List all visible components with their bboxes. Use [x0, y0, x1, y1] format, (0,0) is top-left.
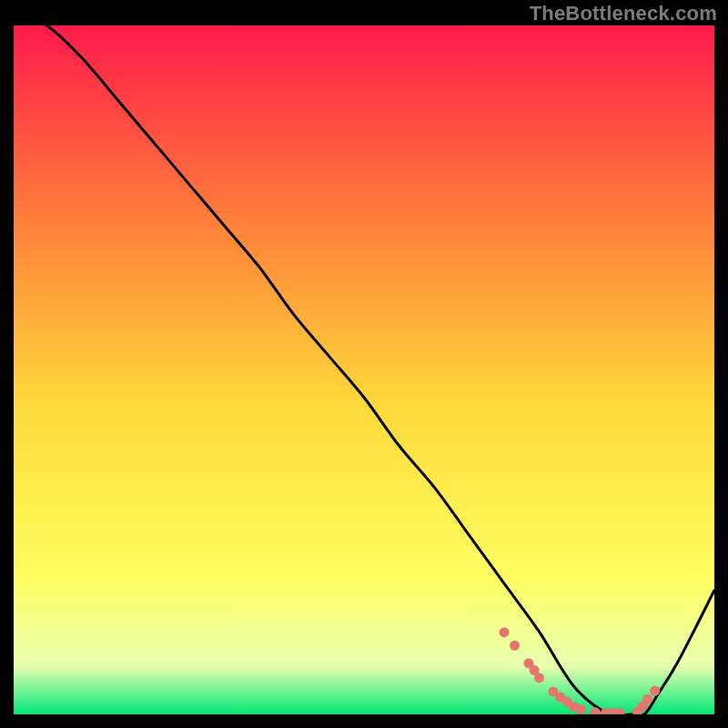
gradient-background	[14, 25, 714, 714]
data-marker	[534, 672, 544, 682]
watermark-label: TheBottleneck.com	[530, 2, 717, 25]
data-marker	[576, 704, 586, 714]
data-marker	[500, 627, 510, 637]
plot-area	[14, 25, 714, 714]
data-marker	[650, 686, 660, 696]
data-marker	[510, 641, 520, 651]
chart-frame: TheBottleneck.com	[0, 0, 728, 728]
chart-svg	[14, 25, 714, 714]
data-marker	[642, 694, 652, 704]
